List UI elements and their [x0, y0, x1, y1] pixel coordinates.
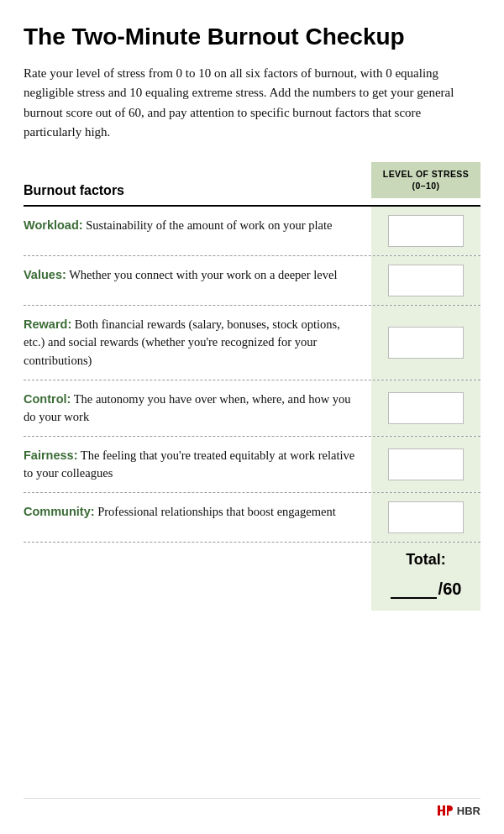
hbr-logo: HBR	[436, 804, 480, 817]
stress-input-area-community	[371, 493, 480, 542]
table-header: Burnout factors LEVEL OF STRESS(0–10)	[24, 162, 480, 207]
factor-label-community: Community:	[24, 505, 95, 518]
stress-input-values[interactable]	[388, 265, 464, 296]
factor-desc-workload: Sustainability of the amount of work on …	[83, 218, 333, 232]
total-input-line[interactable]	[391, 575, 437, 599]
factor-label-values: Values:	[24, 268, 66, 281]
total-right-area: Total: /60	[371, 543, 480, 611]
factor-workload: Workload: Sustainability of the amount o…	[24, 207, 371, 255]
factor-label-workload: Workload:	[24, 218, 83, 232]
factor-label-control: Control:	[24, 392, 71, 406]
factor-reward: Reward: Both financial rewards (salary, …	[24, 306, 371, 379]
table-row: Workload: Sustainability of the amount o…	[24, 207, 480, 256]
hbr-icon	[436, 804, 453, 817]
stress-input-control[interactable]	[388, 392, 464, 424]
stress-input-area-control	[371, 380, 480, 436]
burnout-table: Burnout factors LEVEL OF STRESS(0–10) Wo…	[24, 162, 480, 788]
stress-input-area-fairness	[371, 437, 480, 492]
stress-input-area-values	[371, 256, 480, 305]
stress-input-reward[interactable]	[388, 327, 464, 359]
factor-label-reward: Reward:	[24, 317, 71, 331]
total-denominator: /60	[437, 580, 462, 599]
factor-desc-control: The autonomy you have over when, where, …	[24, 392, 351, 423]
table-row: Community: Professional relationships th…	[24, 493, 480, 543]
intro-paragraph: Rate your level of stress from 0 to 10 o…	[24, 64, 480, 142]
hbr-text: HBR	[457, 805, 480, 817]
stress-input-fairness[interactable]	[388, 448, 464, 480]
svg-rect-1	[447, 805, 449, 816]
stress-input-area-workload	[371, 207, 480, 255]
total-row: Total: /60	[24, 543, 480, 611]
table-row: Fairness: The feeling that you're treate…	[24, 437, 480, 493]
factor-desc-values: Whether you connect with your work on a …	[66, 268, 338, 281]
page-wrapper: The Two-Minute Burnout Checkup Rate your…	[0, 0, 504, 834]
total-label: Total:	[406, 551, 446, 569]
total-input-area: /60	[391, 575, 462, 599]
factor-control: Control: The autonomy you have over when…	[24, 380, 371, 436]
factor-label-fairness: Fairness:	[24, 448, 77, 462]
factor-fairness: Fairness: The feeling that you're treate…	[24, 437, 371, 492]
stress-input-community[interactable]	[388, 501, 464, 533]
stress-input-area-reward	[371, 306, 480, 379]
factor-community: Community: Professional relationships th…	[24, 493, 371, 542]
factor-desc-reward: Both financial rewards (salary, bonuses,…	[24, 317, 340, 366]
svg-marker-0	[438, 805, 445, 816]
page-footer: HBR	[24, 798, 480, 817]
stress-column-header: LEVEL OF STRESS(0–10)	[371, 162, 480, 198]
page-title: The Two-Minute Burnout Checkup	[24, 24, 480, 50]
table-row: Values: Whether you connect with your wo…	[24, 256, 480, 306]
stress-input-workload[interactable]	[388, 215, 464, 247]
factor-column-header: Burnout factors	[24, 183, 371, 198]
factor-values: Values: Whether you connect with your wo…	[24, 256, 371, 305]
factor-desc-community: Professional relationships that boost en…	[95, 505, 336, 518]
table-row: Reward: Both financial rewards (salary, …	[24, 306, 480, 380]
table-row: Control: The autonomy you have over when…	[24, 380, 480, 437]
